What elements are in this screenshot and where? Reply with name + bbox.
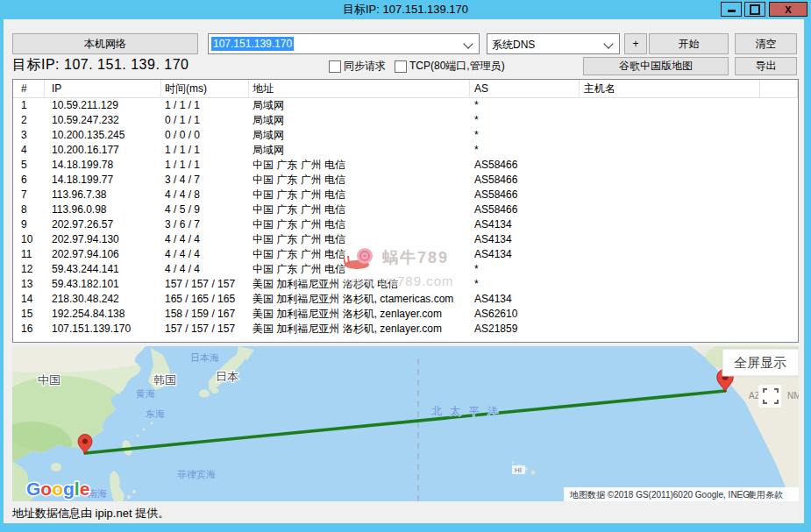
table-row[interactable]: 7113.96.7.384 / 4 / 8中国 广东 广州 电信AS58466 (13, 188, 798, 202)
cell-ip: 202.97.26.57 (45, 217, 161, 232)
close-button[interactable]: X (769, 2, 807, 17)
cell-time: 4 / 5 / 9 (161, 202, 249, 217)
table-row[interactable]: 310.200.135.2450 / 0 / 0局域网* (13, 128, 798, 143)
target-ip-label: 目标IP: 107. 151. 139. 170 (12, 56, 189, 74)
cell-ip: 113.96.7.38 (45, 188, 161, 202)
cell-addr: 中国 广东 广州 电信 (249, 217, 470, 232)
table-row[interactable]: 514.18.199.781 / 1 / 1中国 广东 广州 电信AS58466 (13, 158, 798, 173)
cell-ip: 10.59.247.232 (45, 113, 161, 128)
cell-addr: 中国 广东 广州 电信 (249, 232, 470, 247)
fullscreen-button[interactable] (758, 385, 781, 408)
table-row[interactable]: 10202.97.94.1304 / 4 / 4中国 广东 广州 电信AS413… (13, 232, 798, 247)
app-window: 目标IP: 107.151.139.170 X 本机网络 107.151.139… (0, 0, 811, 532)
table-row[interactable]: 1259.43.244.1414 / 4 / 4中国 广东 广州 电信* (13, 262, 798, 277)
cell-addr: 美国 加利福尼亚州 洛杉矶, zenlayer.com (249, 307, 470, 322)
col-addr[interactable]: 地址 (249, 80, 470, 97)
table-row[interactable]: 110.59.211.1291 / 1 / 1局域网* (13, 98, 798, 113)
cell-time: 0 / 1 / 1 (161, 113, 249, 128)
cell-time: 157 / 157 / 157 (161, 277, 249, 292)
table-row[interactable]: 15192.254.84.138158 / 159 / 167美国 加利福尼亚州… (13, 307, 798, 322)
close-icon: X (785, 4, 791, 15)
checkbox-icon[interactable] (395, 60, 407, 73)
local-network-button[interactable]: 本机网络 (12, 33, 198, 54)
cell-time: 3 / 6 / 7 (161, 217, 249, 232)
label-yellow-sea: 黄海 (136, 388, 155, 399)
table-row[interactable]: 8113.96.0.984 / 5 / 9中国 广东 广州 电信AS58466 (13, 202, 798, 217)
cell-ip: 10.200.16.177 (45, 143, 161, 158)
export-button[interactable]: 导出 (735, 57, 797, 75)
map-attribution: 地图数据 ©2018 GS(2011)6020 Google, INEGI (569, 490, 752, 500)
tcp-port-checkbox[interactable]: TCP(80端口,管理员) (395, 59, 505, 74)
cell-as: AS58466 (470, 173, 580, 188)
table-row[interactable]: 11202.97.94.1064 / 4 / 4中国 广东 广州 电信AS413… (13, 247, 798, 262)
label-south-china-sea: 南海 (88, 488, 107, 499)
cell-ip: 218.30.48.242 (45, 292, 161, 307)
terms-link[interactable]: 使用条款 (747, 490, 783, 500)
cell-as: AS58466 (470, 188, 580, 202)
target-ip-value: 107.151.139.170 (211, 37, 294, 51)
cell-ip: 59.43.244.141 (45, 262, 161, 277)
label-new-mexico: NM (787, 391, 799, 401)
cell-ip: 107.151.139.170 (45, 322, 161, 337)
cell-as: * (470, 262, 580, 277)
cell-as: * (470, 113, 580, 128)
table-row[interactable]: 1359.43.182.101157 / 157 / 157美国 加利福尼亚州 … (13, 277, 798, 292)
minimize-button[interactable] (721, 2, 742, 17)
google-china-map-button[interactable]: 谷歌中国版地图 (583, 57, 729, 75)
cell-addr: 局域网 (249, 143, 470, 158)
cell-as: AS62610 (470, 307, 580, 322)
status-text: 地址数据信息由 ipip.net 提供。 (12, 506, 169, 521)
tcp-port-label: TCP(80端口,管理员) (409, 59, 505, 74)
dns-select[interactable]: 系统DNS (487, 33, 620, 54)
titlebar[interactable]: 目标IP: 107.151.139.170 X (0, 0, 811, 19)
cell-hop: 16 (13, 322, 45, 337)
target-ip-combobox[interactable]: 107.151.139.170 (208, 33, 480, 54)
island (143, 429, 146, 431)
cell-hop: 13 (13, 277, 45, 292)
cell-time: 4 / 4 / 8 (161, 188, 249, 202)
label-east-china-sea: 东海 (146, 408, 165, 419)
col-hop[interactable]: # (13, 80, 45, 97)
island-hawaii (512, 462, 515, 465)
table-row[interactable]: 9202.97.26.573 / 6 / 7中国 广东 广州 电信AS4134 (13, 217, 798, 232)
col-as[interactable]: AS (470, 80, 580, 97)
start-button[interactable]: 开始 (649, 33, 729, 54)
window-title: 目标IP: 107.151.139.170 (0, 0, 811, 19)
cell-time: 1 / 1 / 1 (161, 98, 249, 113)
label-japan: 日本 (216, 370, 238, 383)
maximize-button[interactable] (744, 2, 765, 17)
google-logo[interactable]: Google (26, 479, 89, 499)
cell-addr: 中国 广东 广州 电信 (249, 188, 470, 202)
col-host[interactable]: 主机名 (580, 80, 760, 97)
sync-request-checkbox[interactable]: 同步请求 (329, 59, 386, 74)
cell-ip: 59.43.182.101 (45, 277, 161, 292)
maximize-icon (750, 4, 760, 15)
content-area: 本机网络 107.151.139.170 系统DNS + 开始 清空 目标IP:… (4, 19, 804, 523)
hop-list: 110.59.211.1291 / 1 / 1局域网*210.59.247.23… (13, 98, 798, 337)
cell-time: 1 / 1 / 1 (161, 158, 249, 173)
table-row[interactable]: 210.59.247.2320 / 1 / 1局域网* (13, 113, 798, 128)
table-row[interactable]: 614.18.199.773 / 4 / 7中国 广东 广州 电信AS58466 (13, 173, 798, 188)
chevron-down-icon[interactable] (463, 39, 473, 48)
add-button[interactable]: + (624, 33, 647, 54)
cell-hop: 14 (13, 292, 45, 307)
cell-hop: 11 (13, 247, 45, 262)
table-row[interactable]: 14218.30.48.242165 / 165 / 165美国 加利福尼亚州 … (13, 292, 798, 307)
island (151, 422, 153, 425)
col-ip[interactable]: IP (45, 80, 161, 97)
label-philippine-sea: 菲律宾海 (177, 469, 216, 479)
cell-as: AS4134 (470, 247, 580, 262)
cell-addr: 中国 广东 广州 电信 (249, 158, 470, 173)
table-row[interactable]: 16107.151.139.170157 / 157 / 157美国 加利福尼亚… (13, 322, 798, 337)
route-map[interactable]: 日本海 黄海 东海 菲律宾海 南海 北 太 平 洋 中国 韩国 日本 HI AZ… (12, 346, 799, 501)
table-row[interactable]: 410.200.16.1771 / 1 / 1局域网* (13, 143, 798, 158)
cell-time: 4 / 4 / 4 (161, 262, 249, 277)
chevron-down-icon[interactable] (603, 39, 613, 48)
cell-as: AS4134 (470, 292, 580, 307)
checkbox-icon[interactable] (329, 60, 341, 73)
col-time[interactable]: 时间(ms) (161, 80, 249, 97)
label-arizona: AZ (749, 391, 760, 401)
cell-addr: 中国 广东 广州 电信 (249, 247, 470, 262)
clear-button[interactable]: 清空 (735, 33, 797, 54)
cell-as: AS4134 (470, 217, 580, 232)
